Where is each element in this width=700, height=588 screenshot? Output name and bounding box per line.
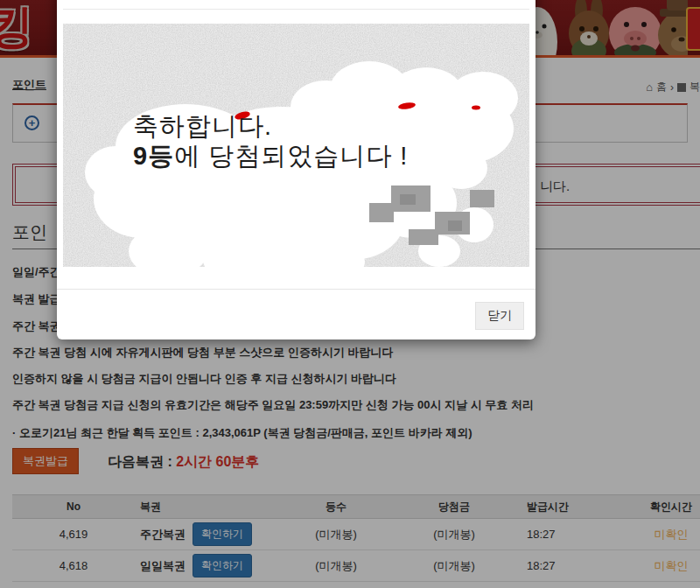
user-points-line: · 오로기21님 최근 한달 획득 포인트 : 2,343,061P (복권 당… xyxy=(12,425,472,441)
breadcrumb-home[interactable]: 홈 xyxy=(656,80,667,94)
col-header-ticket: 복권 xyxy=(135,500,284,514)
cell-status: 미확인 xyxy=(634,527,700,542)
congrats-modal: 축하합니다. 9등에 당첨되었습니다 ! 닫기 xyxy=(57,0,536,340)
breadcrumb-chevron-icon: › xyxy=(670,81,674,94)
cell-no: 4,619 xyxy=(12,528,135,541)
username: 오로기21 xyxy=(19,426,66,439)
notice-line-validity: 주간 복권 당첨금 지급 신청의 유효기간은 해당주 일요일 23:59까지만 … xyxy=(12,397,534,413)
congrats-line1: 축하합니다. xyxy=(133,111,408,141)
cell-issued: 18:27 xyxy=(520,559,634,572)
cell-ticket: 주간복권 xyxy=(140,527,186,542)
col-header-issued: 발급시간 xyxy=(520,500,634,514)
breadcrumb-current: 복권 xyxy=(690,80,700,94)
col-header-prize: 당첨금 xyxy=(388,500,520,514)
notice-line: 일일/주간 xyxy=(12,264,61,280)
page-icon xyxy=(677,83,686,92)
home-icon[interactable]: ⌂ xyxy=(646,80,653,94)
congrats-line2: 9등에 당첨되었습니다 ! xyxy=(133,141,408,171)
site-logo[interactable]: 킹 xyxy=(0,0,30,55)
modal-header-divider xyxy=(63,9,529,10)
character-banner-image xyxy=(513,0,688,55)
next-lottery-label: 다음복권 : 2시간 60분후 xyxy=(108,453,259,472)
expand-plus-icon[interactable]: + xyxy=(24,116,39,130)
point-nav-link[interactable]: 포인트 xyxy=(12,77,46,93)
table-row: 4,619 주간복권확인하기 (미개봉) (미개봉) 18:27 미확인 xyxy=(12,519,700,550)
cell-issued: 18:27 xyxy=(520,528,634,541)
close-button[interactable]: 닫기 xyxy=(475,302,524,330)
modal-footer: 닫기 xyxy=(57,289,536,340)
notice-line: 인증하지 않을 시 당첨금 지급이 안됩니다 인증 후 지급 신청하시기 바랍니… xyxy=(12,371,396,387)
scratch-ticket-image: 축하합니다. 9등에 당첨되었습니다 ! xyxy=(63,24,529,267)
notice-line: 주간 복권 xyxy=(12,318,61,334)
issue-lottery-button[interactable]: 복권발급 xyxy=(12,448,79,474)
banner-sign xyxy=(686,7,700,51)
alert-text-fragment: 니다. xyxy=(540,178,570,195)
rabbit-icon xyxy=(569,0,609,55)
cell-rank: (미개봉) xyxy=(284,527,388,542)
lottery-table: No 복권 등수 당첨금 발급시간 확인시간 4,619 주간복권확인하기 (미… xyxy=(12,494,700,582)
congrats-message: 축하합니다. 9등에 당첨되었습니다 ! xyxy=(133,111,408,171)
confirm-button[interactable]: 확인하기 xyxy=(192,522,252,546)
cell-status: 미확인 xyxy=(634,558,700,574)
next-lottery-countdown: 2시간 60분후 xyxy=(176,454,259,469)
notice-line: 복권 발급 xyxy=(12,291,61,307)
table-header-row: No 복권 등수 당첨금 발급시간 확인시간 xyxy=(12,494,700,519)
cell-rank: (미개봉) xyxy=(284,558,388,574)
win-rank: 9등 xyxy=(133,142,174,170)
cell-ticket: 일일복권 xyxy=(140,558,186,574)
pig-icon xyxy=(609,7,662,55)
col-header-checked: 확인시간 xyxy=(634,500,700,514)
cell-prize: (미개봉) xyxy=(388,527,520,542)
table-row: 4,618 일일복권확인하기 (미개봉) (미개봉) 18:27 미확인 xyxy=(12,550,700,582)
cell-prize: (미개봉) xyxy=(388,558,520,574)
confirm-button[interactable]: 확인하기 xyxy=(192,554,252,578)
notice-line: 주간 복권 당첨 시에 자유게시판에 당첨 부분 스샷으로 인증하시기 바랍니다 xyxy=(12,345,394,360)
breadcrumb: ⌂ 홈 › 복권 xyxy=(646,80,700,94)
beaver-icon xyxy=(658,0,688,55)
cell-no: 4,618 xyxy=(12,559,135,572)
col-header-rank: 등수 xyxy=(284,500,388,514)
col-header-no: No xyxy=(12,500,135,513)
